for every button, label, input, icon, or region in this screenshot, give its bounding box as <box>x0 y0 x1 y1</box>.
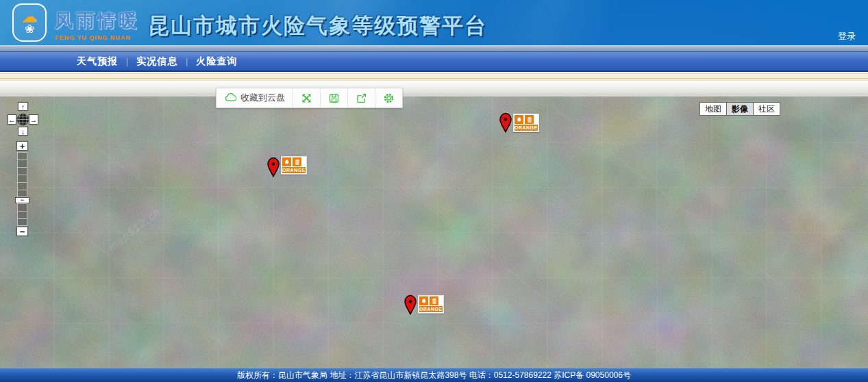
warning-level-label: ORANGE <box>282 167 306 173</box>
header-bottom-strip <box>0 45 868 52</box>
decorative-band <box>0 72 868 81</box>
logo: ☁ ❀ <box>12 3 47 42</box>
main-nav: 天气预报 | 实况信息 | 火险查询 <box>0 52 868 72</box>
warning-level-label: ORANGE <box>419 306 443 312</box>
save-image-button[interactable] <box>321 88 348 107</box>
pan-left-button[interactable]: ← <box>8 114 16 125</box>
zoom-in-button[interactable]: + <box>16 141 28 151</box>
plus-icon: + <box>20 141 25 151</box>
minus-icon: − <box>20 227 25 237</box>
flame-icon <box>514 115 523 124</box>
map-type-switcher: 地图 影像 社区 <box>700 102 780 116</box>
globe-recenter-button[interactable] <box>16 113 29 126</box>
nav-separator: | <box>186 57 188 66</box>
share-button[interactable] <box>348 88 375 107</box>
arrow-down-icon: ↓ <box>21 127 25 136</box>
pan-down-button[interactable]: ↓ <box>18 127 28 136</box>
zoom-scale-upper <box>17 152 27 197</box>
pan-right-button[interactable]: → <box>29 114 38 125</box>
fire-danger-sign-icon <box>293 157 301 166</box>
nav-item-fire-risk-query[interactable]: 火险查询 <box>196 55 237 68</box>
map-type-satellite-button[interactable]: 影像 <box>726 102 754 116</box>
page-title: 昆山市城市火险气象等级预警平台 <box>148 12 487 40</box>
nav-item-weather-forecast[interactable]: 天气预报 <box>77 55 118 68</box>
fire-warning-badge[interactable]: ORANGE <box>281 156 307 175</box>
slider-mark: − <box>21 198 24 203</box>
app-window: ☁ ❀ 风雨情暖 FENG YU QING NUAN 昆山市城市火险气象等级预警… <box>0 0 868 382</box>
save-to-cloud-button[interactable]: 收藏到云盘 <box>216 88 293 107</box>
app-header: ☁ ❀ 风雨情暖 FENG YU QING NUAN 昆山市城市火险气象等级预警… <box>0 0 868 45</box>
share-icon <box>356 92 367 104</box>
fullscreen-button[interactable] <box>293 88 321 107</box>
map-canvas[interactable]: map512.cn ↑ ← → ↓ + − − <box>0 97 868 368</box>
badge-tiles <box>282 157 306 166</box>
fire-warning-pin[interactable] <box>403 294 418 315</box>
badge-tiles <box>514 115 538 124</box>
content-top-band <box>0 81 868 97</box>
fire-warning-pin[interactable] <box>266 157 281 177</box>
lotus-logo-icon: ❀ <box>25 24 34 35</box>
zoom-tick[interactable] <box>17 218 27 226</box>
zoom-tick[interactable] <box>17 152 27 160</box>
fire-warning-badge[interactable]: ORANGE <box>418 295 444 314</box>
flame-icon <box>419 296 428 305</box>
arrow-up-icon: ↑ <box>21 103 25 111</box>
copyright-text: 版权所有：昆山市气象局 地址：江苏省昆山市新镇昆太路398号 电话：0512-5… <box>237 370 631 380</box>
nav-separator: | <box>126 57 128 66</box>
logo-name-en: FENG YU QING NUAN <box>55 34 140 41</box>
zoom-slider-handle[interactable]: − <box>15 197 29 203</box>
warning-level-label: ORANGE <box>514 125 538 131</box>
globe-icon <box>16 113 29 126</box>
fire-danger-sign-icon <box>430 296 438 305</box>
zoom-tick[interactable] <box>17 182 27 190</box>
map-toolbar: 收藏到云盘 <box>216 88 403 108</box>
fullscreen-icon <box>301 92 312 104</box>
map-type-community-button[interactable]: 社区 <box>753 102 780 116</box>
arrow-left-icon: ← <box>8 116 16 124</box>
nav-item-live-info[interactable]: 实况信息 <box>136 55 177 68</box>
arrow-right-icon: → <box>30 116 38 124</box>
save-icon <box>328 92 340 104</box>
badge-tiles <box>419 296 443 305</box>
cloud-icon <box>224 92 236 104</box>
logo-text: 风雨情暖 FENG YU QING NUAN <box>55 8 140 41</box>
zoom-tick[interactable] <box>17 203 27 211</box>
zoom-tick[interactable] <box>17 211 27 218</box>
zoom-tick[interactable] <box>17 160 27 167</box>
zoom-scale-lower <box>17 203 27 226</box>
settings-icon <box>383 92 395 104</box>
save-to-cloud-label: 收藏到云盘 <box>240 92 285 104</box>
map-type-map-button[interactable]: 地图 <box>699 102 727 116</box>
pan-up-button[interactable]: ↑ <box>18 102 28 111</box>
fire-warning-badge[interactable]: ORANGE <box>513 114 539 132</box>
zoom-tick[interactable] <box>17 175 27 182</box>
login-link[interactable]: 登录 <box>838 30 856 42</box>
app-footer: 版权所有：昆山市气象局 地址：江苏省昆山市新镇昆太路398号 电话：0512-5… <box>0 368 868 382</box>
logo-name: 风雨情暖 <box>55 8 140 33</box>
flame-icon <box>282 157 291 166</box>
cloud-logo-icon: ☁ <box>22 10 37 24</box>
zoom-out-button[interactable]: − <box>16 227 28 236</box>
fire-danger-sign-icon <box>525 115 534 124</box>
fire-warning-pin[interactable] <box>498 112 513 133</box>
zoom-tick[interactable] <box>17 167 27 175</box>
settings-button[interactable] <box>375 88 402 107</box>
